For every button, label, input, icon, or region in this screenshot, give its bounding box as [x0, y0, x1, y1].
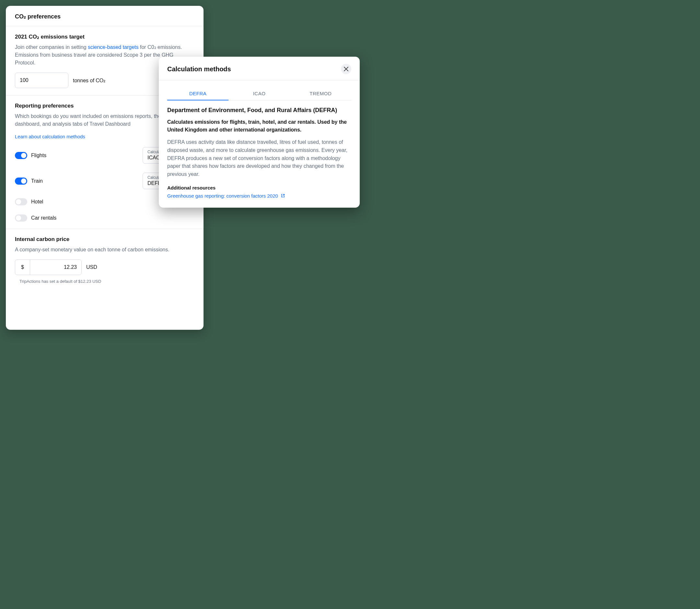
learn-calculation-methods-link[interactable]: Learn about calculation methods [15, 134, 85, 139]
prefs-header: CO₂ preferences [6, 6, 204, 26]
carbon-price-section: Internal carbon price A company-set mone… [6, 229, 204, 291]
method-bold-summary: Calculates emissions for flights, train,… [167, 118, 351, 134]
toggle-label-hotel: Hotel [31, 199, 43, 205]
method-detail-heading: Department of Environment, Food, and Rur… [167, 107, 351, 114]
target-heading: 2021 CO₂ emissions target [15, 33, 194, 40]
toggle-flights[interactable] [15, 152, 27, 159]
target-value-input[interactable] [15, 73, 68, 88]
carbon-price-row: $ USD [15, 260, 194, 275]
tab-tremod[interactable]: TREMOD [290, 87, 351, 100]
carbon-price-input[interactable] [30, 260, 81, 275]
close-icon [344, 67, 348, 71]
toggle-label-train: Train [31, 178, 43, 184]
methods-title: Calculation methods [167, 66, 231, 73]
tab-icao[interactable]: ICAO [228, 87, 290, 100]
toggle-label-flights: Flights [31, 153, 46, 158]
tab-defra[interactable]: DEFRA [167, 87, 228, 100]
currency-code: USD [86, 264, 97, 270]
toggle-row-car-rentals: Car rentals [15, 214, 194, 222]
toggle-label-car-rentals: Car rentals [31, 215, 56, 221]
resources-label: Additional resources [167, 185, 351, 190]
carbon-price-footnote: TripActions has set a default of $12.23 … [19, 279, 194, 284]
toggle-train[interactable] [15, 177, 27, 185]
methods-tabs: DEFRA ICAO TREMOD [167, 87, 351, 100]
methods-body: Department of Environment, Food, and Rur… [159, 100, 360, 208]
close-button[interactable] [341, 64, 351, 74]
toggle-car-rentals[interactable] [15, 214, 27, 222]
carbon-price-heading: Internal carbon price [15, 236, 194, 243]
carbon-price-input-group: $ [15, 260, 82, 275]
calculation-methods-card: Calculation methods DEFRA ICAO TREMOD De… [159, 57, 360, 208]
target-suffix: tonnes of CO₂ [73, 77, 105, 84]
method-body-text: DEFRA uses activity data like distance t… [167, 138, 351, 178]
carbon-price-description: A company-set monetary value on each ton… [15, 246, 194, 254]
science-based-targets-link[interactable]: science-based targets [88, 45, 139, 50]
toggle-hotel[interactable] [15, 198, 27, 205]
currency-symbol: $ [15, 260, 30, 275]
methods-header: Calculation methods [159, 57, 360, 80]
external-link-icon [281, 193, 285, 198]
resource-link[interactable]: Greenhouse gas reporting: conversion fac… [167, 193, 351, 198]
prefs-title: CO₂ preferences [15, 13, 194, 20]
